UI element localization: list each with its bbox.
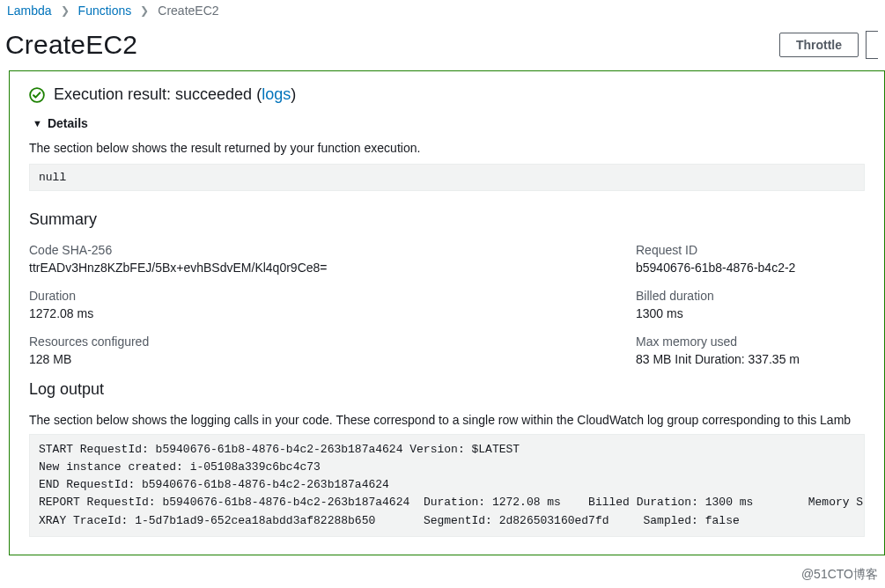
return-description: The section below shows the result retur…: [29, 141, 865, 155]
resources-value: 128 MB: [29, 352, 601, 366]
success-icon: [29, 87, 45, 103]
reqid-value: b5940676-61b8-4876-b4c2-2: [636, 261, 865, 275]
actions-button-fragment[interactable]: [866, 31, 878, 59]
sha-value: ttrEADv3Hnz8KZbFEJ/5Bx+evhBSdvEM/Kl4q0r9…: [29, 261, 601, 275]
throttle-button[interactable]: Throttle: [779, 33, 859, 57]
caret-down-icon: ▼: [33, 118, 42, 129]
breadcrumb-functions[interactable]: Functions: [78, 4, 132, 18]
duration-label: Duration: [29, 289, 601, 303]
summary-heading: Summary: [29, 210, 865, 229]
duration-value: 1272.08 ms: [29, 306, 601, 320]
result-prefix: Execution result: succeeded (: [54, 85, 262, 103]
logs-link[interactable]: logs: [262, 85, 291, 103]
reqid-label: Request ID: [636, 243, 865, 257]
return-value-box: null: [29, 164, 865, 191]
result-title: Execution result: succeeded (logs): [54, 85, 296, 104]
maxmem-value: 83 MB Init Duration: 337.35 m: [636, 352, 865, 366]
log-description: The section below shows the logging call…: [29, 413, 865, 427]
execution-result-panel: Execution result: succeeded (logs) ▼ Det…: [9, 70, 885, 555]
resources-label: Resources configured: [29, 334, 601, 349]
result-suffix: ): [291, 85, 296, 103]
breadcrumb-current: CreateEC2: [158, 4, 218, 18]
log-heading: Log output: [29, 380, 865, 399]
chevron-right-icon: ❯: [140, 4, 149, 17]
details-toggle[interactable]: ▼ Details: [33, 116, 865, 130]
page-header: CreateEC2 Throttle: [0, 25, 885, 70]
billed-value: 1300 ms: [636, 306, 865, 320]
log-output-box: START RequestId: b5940676-61b8-4876-b4c2…: [29, 434, 865, 537]
breadcrumb: Lambda ❯ Functions ❯ CreateEC2: [0, 0, 885, 25]
breadcrumb-lambda[interactable]: Lambda: [7, 4, 52, 18]
chevron-right-icon: ❯: [61, 4, 70, 17]
maxmem-label: Max memory used: [636, 334, 865, 349]
details-label: Details: [48, 116, 88, 130]
sha-label: Code SHA-256: [29, 243, 601, 257]
billed-label: Billed duration: [636, 289, 865, 303]
page-title: CreateEC2: [5, 30, 772, 60]
result-header: Execution result: succeeded (logs): [29, 85, 865, 104]
